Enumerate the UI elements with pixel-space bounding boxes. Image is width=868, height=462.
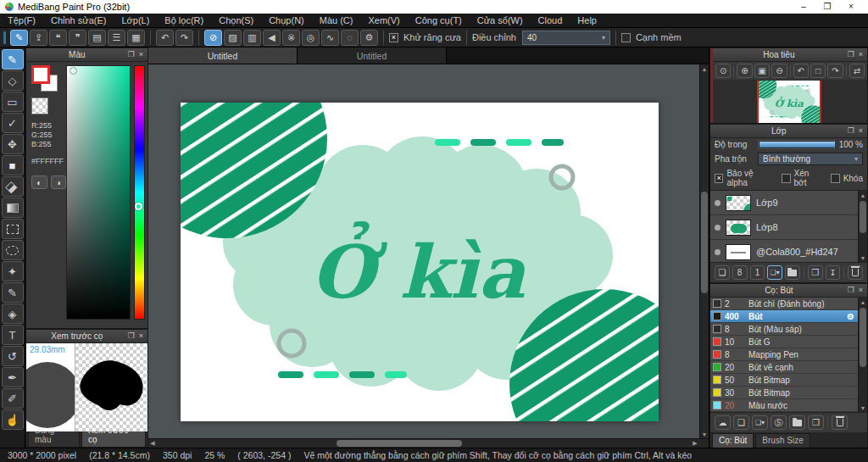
grid-edit-button[interactable]: ▦ <box>127 30 145 46</box>
close-icon[interactable]: × <box>139 51 143 58</box>
clipping-option[interactable]: Xén bớt <box>782 169 822 187</box>
popout-icon[interactable]: ❐ <box>128 332 135 340</box>
menu-snap[interactable]: Chụp(N) <box>261 15 312 25</box>
add-brush-button[interactable]: ❏ <box>733 415 749 430</box>
brush-script-button[interactable]: Ⓢ <box>771 415 787 430</box>
close-icon[interactable]: × <box>859 287 863 294</box>
control-point-tool[interactable]: ✓ <box>2 113 24 133</box>
undo-button[interactable]: ↶ <box>156 30 174 46</box>
comment-button[interactable]: ❝ <box>49 30 67 46</box>
lock-option[interactable]: Khóa <box>831 174 863 183</box>
foreground-color-swatch[interactable] <box>31 65 50 84</box>
brush-row[interactable]: 20 Bút vẽ cạnh <box>710 361 858 374</box>
layer-visibility-icon[interactable] <box>715 200 721 206</box>
saturation-value-picker[interactable] <box>66 65 131 320</box>
menu-color[interactable]: Màu (C) <box>312 15 361 25</box>
protect-alpha-checkbox[interactable]: × <box>715 174 723 183</box>
layer-visibility-icon[interactable] <box>715 225 721 231</box>
operation-tool[interactable]: ↺ <box>2 346 24 366</box>
canvas-viewport[interactable]: Ở kìa ▲ ▼ <box>148 64 709 438</box>
menu-view[interactable]: Xem(V) <box>360 15 407 25</box>
add-layer-button[interactable]: ❏ <box>715 265 730 280</box>
palette-button[interactable]: ◐ <box>31 175 47 189</box>
brush-settings-gear-icon[interactable]: ⚙ <box>847 312 854 321</box>
flip-horizontal-button[interactable]: ⇄ <box>849 64 865 78</box>
hand-tool[interactable]: ☝ <box>2 409 24 430</box>
soft-edge-checkbox[interactable] <box>621 33 631 42</box>
brush-row[interactable]: 20 Màu nước <box>710 399 858 412</box>
menu-tools[interactable]: Công cụ(T) <box>408 15 470 25</box>
protect-alpha-option[interactable]: × Bảo vệ alpha <box>715 169 773 187</box>
scroll-left-arrow[interactable]: ◀ <box>148 439 157 448</box>
brush-row[interactable]: 10 Bút G <box>710 336 858 348</box>
menu-file[interactable]: Tệp(F) <box>0 15 43 25</box>
menu-layer[interactable]: Lớp(L) <box>114 15 157 25</box>
snap-vanishing-button[interactable]: ◀ <box>263 30 281 46</box>
tab-brush[interactable]: Cọ: Bút <box>712 433 754 448</box>
bucket-tool[interactable]: ◨ <box>2 176 24 197</box>
layer-row[interactable]: Lớp9 <box>710 191 858 215</box>
scroll-up-arrow[interactable]: ▲ <box>859 298 867 306</box>
vertical-scroll-thumb[interactable] <box>701 192 708 293</box>
blend-mode-select[interactable]: Bình thường ▾ <box>758 153 863 165</box>
snap-concentric-button[interactable]: ◎ <box>302 30 320 46</box>
zoom-out-button[interactable]: ⊖ <box>771 64 787 78</box>
vertical-scrollbar[interactable]: ▲ ▼ <box>699 64 709 438</box>
brush-row[interactable]: 2 Bút chì (Đánh bóng) <box>710 298 858 310</box>
lock-checkbox[interactable] <box>831 174 840 183</box>
horizontal-scrollbar[interactable]: ◀ ▶ <box>148 438 709 448</box>
select-pen-tool[interactable]: ✎ <box>2 282 24 303</box>
scroll-down-arrow[interactable]: ▼ <box>859 404 867 412</box>
clipping-checkbox[interactable] <box>782 174 790 183</box>
layer-visibility-icon[interactable] <box>715 249 721 255</box>
rotate-reset-button[interactable]: □ <box>810 64 826 78</box>
popout-icon[interactable]: ❐ <box>848 51 854 58</box>
document-tab-2[interactable]: Untitled <box>298 47 447 64</box>
scroll-up-arrow[interactable]: ▲ <box>859 191 867 199</box>
brush-row[interactable]: 8 Bút (Màu sáp) <box>710 323 858 336</box>
cloud-brush-button[interactable]: ☁ <box>715 415 731 430</box>
menu-cloud[interactable]: Cloud <box>531 15 570 25</box>
hue-cursor[interactable] <box>135 203 142 210</box>
close-button[interactable]: × <box>839 0 863 14</box>
delete-brush-button[interactable] <box>832 415 848 430</box>
duplicate-layer-button[interactable]: ❐ <box>808 265 823 280</box>
scroll-right-arrow[interactable]: ▶ <box>691 439 699 448</box>
divide-tool[interactable]: ✐ <box>2 388 24 409</box>
brush-row-selected[interactable]: 400 Bút ⚙ <box>710 310 858 323</box>
rotate-left-button[interactable]: ↶ <box>793 64 809 78</box>
fill-rect-tool[interactable]: ■ <box>2 155 24 175</box>
brush-row[interactable]: 50 Bút Bitmap <box>710 374 858 387</box>
menu-window[interactable]: Cửa sổ(W) <box>470 15 531 25</box>
add-8bit-layer-button[interactable]: 8 <box>732 265 748 280</box>
new-paint-button[interactable]: ✎ <box>10 30 28 46</box>
snap-ellipse-button[interactable]: ◌ <box>341 30 359 46</box>
brush-folder-button[interactable] <box>789 415 805 430</box>
add-1bit-layer-button[interactable]: 1 <box>750 265 765 280</box>
rotate-right-button[interactable]: ↷ <box>827 64 843 78</box>
figure-brush-tool[interactable]: ▭ <box>2 92 24 112</box>
scroll-down-arrow[interactable]: ▼ <box>859 253 867 262</box>
scroll-down-arrow[interactable]: ▼ <box>700 430 709 438</box>
menu-filter[interactable]: Bộ lọc(R) <box>157 15 211 25</box>
snap-parallel-button[interactable]: ▨ <box>224 30 242 46</box>
popout-icon[interactable]: ❐ <box>128 51 135 58</box>
brush-row[interactable]: 8 Mapping Pen <box>710 348 858 361</box>
close-icon[interactable]: × <box>859 127 863 135</box>
layer-row[interactable]: Lớp8 <box>710 215 858 240</box>
redo-button[interactable]: ↷ <box>175 30 193 46</box>
add-brush-menu-button[interactable]: ❏▾ <box>752 415 768 430</box>
restore-button[interactable]: ❐ <box>815 0 839 14</box>
canvas-document[interactable]: Ở kìa <box>181 103 659 421</box>
adjust-dropdown[interactable]: 40 ▾ <box>522 31 610 45</box>
antialias-checkbox[interactable]: × <box>389 33 398 42</box>
select-eraser-tool[interactable]: ◈ <box>2 303 24 324</box>
tab-brush-size[interactable]: Brush Size <box>755 433 810 448</box>
snap-settings-button[interactable]: ⚙ <box>360 30 378 46</box>
select-tool[interactable] <box>2 219 24 239</box>
navigator-thumbnail[interactable] <box>757 81 821 123</box>
eyedropper-tool[interactable]: ✒ <box>2 367 24 387</box>
material-list-button[interactable]: ☰ <box>108 30 125 46</box>
minimize-button[interactable]: – <box>792 0 815 14</box>
delete-layer-button[interactable] <box>848 265 863 280</box>
